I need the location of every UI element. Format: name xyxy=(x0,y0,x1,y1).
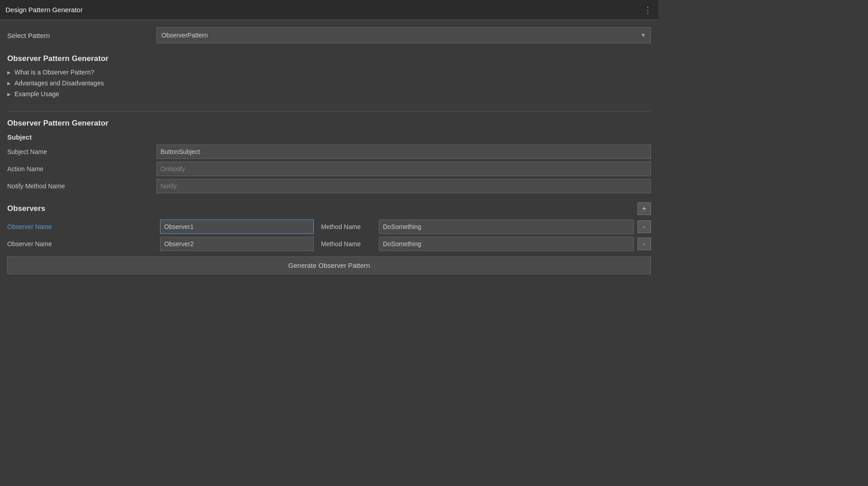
pattern-dropdown-value: ObserverPattern xyxy=(161,32,208,39)
notify-method-label: Notify Method Name xyxy=(7,182,156,190)
remove-observer-button-1[interactable]: - xyxy=(637,238,651,250)
collapsible-label-1: Advantages and Disadvantages xyxy=(14,79,104,87)
form-sub-heading: Subject xyxy=(7,133,651,141)
generate-button[interactable]: Generate Observer Pattern xyxy=(7,257,651,274)
collapsible-item-2[interactable]: ▶ Example Usage xyxy=(7,90,651,98)
menu-dots-icon[interactable]: ⋮ xyxy=(644,5,653,15)
collapsible-item-1[interactable]: ▶ Advantages and Disadvantages xyxy=(7,79,651,87)
title-bar: Design Pattern Generator ⋮ xyxy=(0,0,658,20)
add-observer-button[interactable]: + xyxy=(637,202,651,215)
method-name-input-0[interactable] xyxy=(379,220,634,234)
method-name-input-1[interactable] xyxy=(379,237,634,251)
observer-name-label-1: Observer Name xyxy=(7,240,156,248)
action-name-label: Action Name xyxy=(7,165,156,173)
title-bar-title: Design Pattern Generator xyxy=(5,6,83,14)
notify-method-input[interactable] xyxy=(156,179,651,193)
info-section-heading: Observer Pattern Generator xyxy=(7,54,651,63)
method-name-label-1: Method Name xyxy=(321,240,375,248)
dropdown-arrow-icon: ▼ xyxy=(641,32,646,38)
observer-name-input-0[interactable] xyxy=(160,220,314,234)
remove-observer-button-0[interactable]: - xyxy=(637,220,651,233)
pattern-dropdown[interactable]: ObserverPattern ▼ xyxy=(156,27,651,43)
action-name-input[interactable] xyxy=(156,162,651,176)
observers-heading: Observers xyxy=(7,204,45,213)
collapsible-item-0[interactable]: ▶ What is a Observer Pattern? xyxy=(7,69,651,76)
observer-name-input-1[interactable] xyxy=(160,237,314,251)
subject-name-label: Subject Name xyxy=(7,148,156,155)
collapsible-arrow-1: ▶ xyxy=(7,81,11,86)
collapsible-label-0: What is a Observer Pattern? xyxy=(14,69,94,76)
select-pattern-label: Select Pattern xyxy=(7,32,156,39)
method-name-label-0: Method Name xyxy=(321,223,375,230)
collapsible-arrow-2: ▶ xyxy=(7,92,11,97)
subject-name-input[interactable] xyxy=(156,145,651,159)
observer-name-label-0: Observer Name xyxy=(7,223,156,230)
collapsible-label-2: Example Usage xyxy=(14,90,59,98)
collapsible-arrow-0: ▶ xyxy=(7,70,11,75)
form-section-heading: Observer Pattern Generator xyxy=(7,119,651,128)
